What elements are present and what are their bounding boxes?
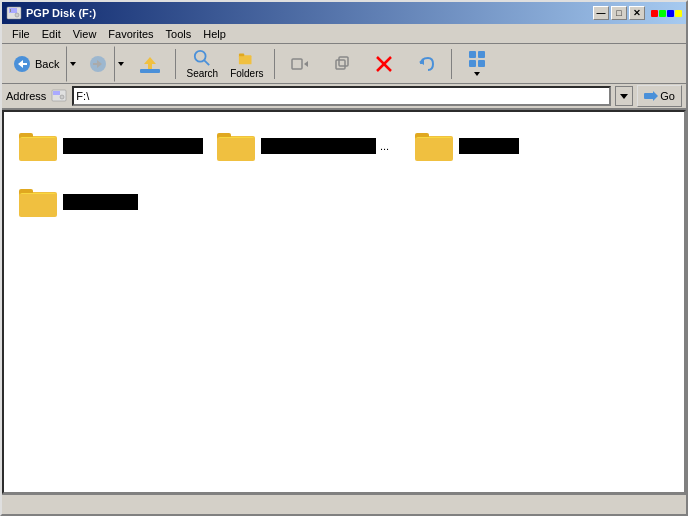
back-label: Back — [35, 58, 59, 70]
forward-icon — [89, 55, 107, 73]
views-chevron-icon — [473, 70, 481, 78]
folders-icon — [237, 49, 257, 67]
undo-icon — [416, 54, 436, 74]
title-bar-buttons: — □ ✕ — [593, 6, 682, 20]
svg-marker-34 — [653, 91, 658, 101]
window: PGP Disk (F:) — □ ✕ File Edit View Favor… — [0, 0, 688, 516]
title-bar-left: PGP Disk (F:) — [6, 5, 96, 21]
back-button[interactable]: Back — [6, 46, 66, 82]
svg-rect-12 — [140, 69, 160, 73]
undo-button[interactable] — [406, 46, 446, 82]
delete-button[interactable] — [364, 46, 404, 82]
forward-button[interactable] — [82, 46, 114, 82]
address-input[interactable] — [72, 86, 611, 106]
address-chevron-icon — [619, 91, 629, 101]
search-button[interactable]: Search — [181, 46, 223, 82]
minimize-button[interactable]: — — [593, 6, 609, 20]
svg-rect-46 — [415, 138, 453, 159]
menu-help[interactable]: Help — [197, 26, 232, 42]
copy-icon — [332, 54, 352, 74]
toolbar: Back — [2, 44, 686, 84]
address-drive-icon — [50, 87, 68, 105]
toolbar-sep-1 — [175, 49, 176, 79]
status-bar — [2, 494, 686, 514]
close-button[interactable]: ✕ — [629, 6, 645, 20]
address-dropdown[interactable] — [615, 86, 633, 106]
list-item[interactable] — [16, 124, 206, 168]
address-label: Address — [6, 90, 46, 102]
svg-marker-28 — [474, 72, 480, 76]
up-icon — [140, 54, 160, 74]
folder-icon-4 — [19, 184, 59, 220]
svg-rect-26 — [469, 60, 476, 67]
folder-icon-2 — [217, 128, 257, 164]
svg-marker-11 — [144, 57, 156, 64]
up-button[interactable] — [130, 46, 170, 82]
toolbar-sep-2 — [274, 49, 275, 79]
list-item[interactable] — [412, 124, 602, 168]
list-item[interactable] — [16, 180, 672, 224]
back-button-group: Back — [6, 46, 80, 82]
svg-rect-30 — [53, 91, 60, 95]
title-bar: PGP Disk (F:) — □ ✕ — [2, 2, 686, 24]
search-label: Search — [186, 68, 218, 79]
menu-favorites[interactable]: Favorites — [102, 26, 159, 42]
svg-rect-16 — [239, 53, 244, 56]
delete-icon — [374, 54, 394, 74]
menu-file[interactable]: File — [6, 26, 36, 42]
views-icon — [467, 49, 487, 69]
search-icon — [192, 49, 212, 67]
menu-tools[interactable]: Tools — [160, 26, 198, 42]
svg-rect-20 — [339, 57, 348, 66]
folders-button[interactable]: Folders — [225, 46, 268, 82]
go-arrow-icon — [644, 89, 658, 103]
svg-marker-6 — [70, 62, 76, 66]
views-button[interactable] — [457, 46, 497, 82]
ellipsis-2: ... — [380, 140, 389, 152]
svg-line-14 — [204, 59, 209, 64]
svg-rect-27 — [478, 60, 485, 67]
chevron-down-icon — [69, 60, 77, 68]
list-item[interactable]: ... — [214, 124, 404, 168]
menu-edit[interactable]: Edit — [36, 26, 67, 42]
back-icon — [13, 55, 31, 73]
copy-button[interactable] — [322, 46, 362, 82]
svg-rect-42 — [217, 138, 255, 159]
toolbar-sep-3 — [451, 49, 452, 79]
svg-marker-9 — [118, 62, 124, 66]
file-name-2 — [261, 138, 376, 154]
svg-rect-38 — [19, 138, 57, 159]
back-dropdown[interactable] — [66, 46, 80, 82]
move-icon — [290, 54, 310, 74]
menu-view[interactable]: View — [67, 26, 103, 42]
title-text: PGP Disk (F:) — [26, 7, 96, 19]
svg-rect-2 — [10, 9, 11, 12]
file-area[interactable]: ... — [2, 110, 686, 494]
folder-icon-3 — [415, 128, 455, 164]
svg-point-3 — [15, 13, 19, 17]
move-button[interactable] — [280, 46, 320, 82]
svg-marker-18 — [304, 61, 308, 67]
go-button[interactable]: Go — [637, 85, 682, 107]
forward-dropdown[interactable] — [114, 46, 128, 82]
file-name-1 — [63, 138, 203, 154]
svg-marker-32 — [620, 94, 628, 99]
forward-button-group — [82, 46, 128, 82]
disk-icon — [6, 5, 22, 21]
svg-rect-15 — [239, 55, 252, 64]
svg-rect-33 — [644, 93, 654, 99]
svg-rect-24 — [469, 51, 476, 58]
svg-rect-25 — [478, 51, 485, 58]
file-name-4 — [63, 194, 138, 210]
svg-point-31 — [60, 95, 64, 99]
maximize-button[interactable]: □ — [611, 6, 627, 20]
file-grid: ... — [12, 120, 676, 228]
folder-icon-1 — [19, 128, 59, 164]
svg-rect-17 — [292, 59, 302, 69]
svg-rect-19 — [336, 60, 345, 69]
folders-label: Folders — [230, 68, 263, 79]
file-name-3 — [459, 138, 519, 154]
address-bar: Address Go — [2, 84, 686, 110]
menu-bar: File Edit View Favorites Tools Help — [2, 24, 686, 44]
svg-rect-50 — [19, 194, 57, 215]
